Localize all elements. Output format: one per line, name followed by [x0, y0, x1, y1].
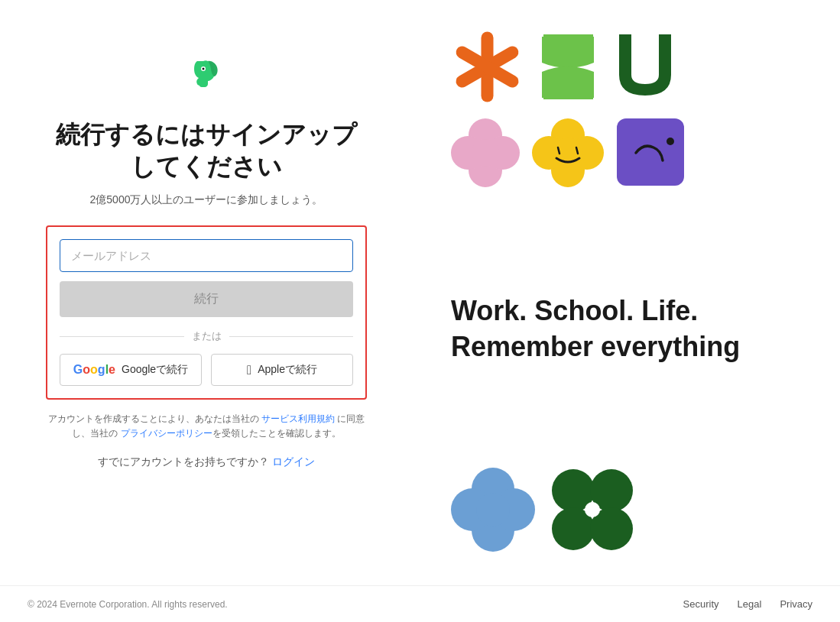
terms-link[interactable]: サービス利用規約 [261, 414, 335, 423]
pink-flower-icon [451, 118, 520, 190]
security-link[interactable]: Security [683, 598, 719, 610]
footer-links: Security Legal Privacy [683, 598, 812, 610]
login-prompt: すでにアカウントをお持ちですか？ ログイン [46, 455, 367, 469]
apple-signin-button[interactable]:  Appleで続行 [211, 354, 353, 386]
svg-point-19 [666, 138, 674, 145]
logo-area [46, 46, 367, 98]
bottom-icons-row-top [451, 118, 684, 190]
tagline-line2: Remember everything [451, 329, 740, 365]
google-icon: Google [73, 363, 115, 377]
continue-button[interactable]: 続行 [60, 281, 353, 317]
social-buttons-row: Google Googleで続行  Appleで続行 [60, 354, 353, 386]
asterisk-icon [451, 31, 524, 106]
purple-face-icon [617, 118, 684, 190]
svg-point-29 [585, 502, 600, 517]
svg-point-10 [472, 139, 499, 167]
left-panel: 続行するにはサインアップしてください 2億5000万人以上のユーザーに参加しまし… [0, 0, 413, 585]
or-divider: または [60, 329, 353, 343]
privacy-link[interactable]: Privacy [780, 598, 812, 610]
privacy-link[interactable]: プライバシーポリシー [121, 429, 212, 438]
hourglass-icon [536, 31, 601, 106]
terms-text: アカウントを作成することにより、あなたは当社の サービス利用規約 に同意し、当社… [46, 412, 367, 440]
evernote-logo-icon [180, 46, 232, 98]
email-input[interactable] [60, 239, 353, 272]
svg-point-2 [203, 68, 205, 70]
tagline-area: Work. School. Life. Remember everything [451, 286, 740, 373]
top-icons-row [451, 31, 678, 106]
subheadline: 2億5000万人以上のユーザーに参加しましょう。 [46, 193, 367, 207]
copyright-text: © 2024 Evernote Corporation. All rights … [28, 599, 228, 610]
svg-point-24 [476, 493, 510, 526]
svg-rect-18 [617, 118, 684, 186]
page-headline: 続行するにはサインアップしてください [46, 119, 367, 183]
yellow-flower-icon [532, 118, 605, 190]
blue-clover-icon [451, 468, 535, 555]
dark-green-shape-icon [550, 468, 634, 555]
signup-form-area: 続行 または Google Googleで続行  Appleで続行 [46, 225, 367, 400]
login-link[interactable]: ログイン [272, 456, 315, 468]
footer: © 2024 Evernote Corporation. All rights … [0, 585, 840, 622]
apple-icon:  [247, 364, 251, 377]
legal-link[interactable]: Legal [738, 598, 762, 610]
u-shape-icon [613, 31, 678, 106]
right-panel: Work. School. Life. Remember everything [413, 0, 840, 585]
bottom-shapes-row [451, 468, 634, 555]
tagline-line1: Work. School. Life. [451, 293, 740, 329]
google-signin-button[interactable]: Google Googleで続行 [60, 354, 202, 386]
